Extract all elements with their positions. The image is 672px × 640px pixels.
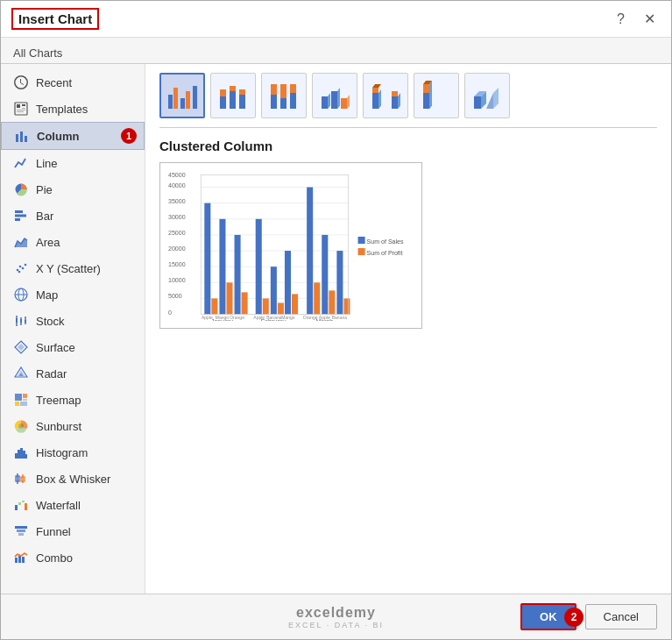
- svg-rect-135: [314, 282, 320, 314]
- svg-text:Sum of Profit: Sum of Profit: [367, 250, 403, 256]
- chart-type-3d-stacked[interactable]: [363, 73, 408, 118]
- dialog-title: Insert Chart: [11, 8, 99, 30]
- svg-rect-37: [20, 402, 27, 406]
- svg-rect-65: [230, 91, 236, 109]
- sidebar-label-funnel: Funnel: [36, 525, 71, 538]
- svg-rect-42: [23, 451, 25, 459]
- stock-icon: [13, 313, 29, 329]
- svg-rect-5: [17, 111, 24, 112]
- svg-text:20000: 20000: [168, 245, 186, 252]
- sidebar-label-pie: Pie: [36, 183, 53, 196]
- sidebar-item-area[interactable]: Area: [1, 229, 145, 255]
- svg-text:15000: 15000: [168, 261, 186, 267]
- sidebar-item-recent[interactable]: Recent: [1, 69, 145, 96]
- svg-rect-3: [22, 108, 25, 109]
- svg-marker-94: [429, 81, 432, 109]
- sidebar-label-xy: X Y (Scatter): [36, 262, 101, 275]
- chart-type-3d-clustered[interactable]: [312, 73, 357, 118]
- svg-rect-59: [173, 88, 178, 109]
- svg-rect-80: [331, 91, 337, 109]
- svg-rect-61: [186, 91, 190, 109]
- svg-rect-133: [292, 294, 298, 314]
- chart-type-3d-100pct[interactable]: [414, 73, 459, 118]
- svg-rect-36: [15, 402, 19, 406]
- sidebar-item-box[interactable]: Box & Whisker: [1, 466, 145, 492]
- sidebar-item-column[interactable]: Column 1: [1, 122, 145, 150]
- svg-text:Sum of Sales: Sum of Sales: [367, 238, 404, 245]
- sunburst-icon: [13, 418, 29, 434]
- waterfall-icon: [13, 497, 29, 513]
- svg-marker-29: [18, 344, 25, 351]
- svg-rect-127: [242, 292, 248, 314]
- svg-text:Mango: Mango: [216, 315, 230, 320]
- svg-rect-1: [17, 104, 20, 108]
- box-icon: [13, 471, 29, 487]
- sidebar-item-xy[interactable]: X Y (Scatter): [1, 255, 145, 281]
- chart-type-3d-col[interactable]: [464, 73, 510, 118]
- sidebar-item-sunburst[interactable]: Sunburst: [1, 413, 145, 439]
- chart-type-100pct[interactable]: [261, 73, 307, 118]
- sidebar-label-radar: Radar: [36, 367, 67, 380]
- sidebar-item-bar[interactable]: Bar: [1, 203, 145, 229]
- svg-rect-57: [22, 557, 25, 563]
- svg-rect-12: [15, 218, 20, 221]
- brand-sub: EXCEL · DATA · BI: [288, 621, 384, 629]
- help-button[interactable]: ?: [612, 10, 630, 29]
- sidebar-label-box: Box & Whisker: [36, 473, 110, 486]
- svg-text:5000: 5000: [168, 293, 182, 299]
- pie-icon: [13, 181, 29, 197]
- svg-rect-35: [23, 399, 27, 401]
- svg-rect-52: [15, 526, 27, 529]
- sidebar-item-funnel[interactable]: Funnel: [1, 518, 145, 544]
- svg-rect-130: [271, 267, 277, 314]
- svg-rect-138: [336, 251, 343, 315]
- sidebar: Recent Templates Column 1 Line: [1, 64, 145, 594]
- sidebar-label-line: Line: [36, 157, 58, 170]
- xy-icon: [13, 260, 29, 276]
- sidebar-item-treemap[interactable]: Treemap: [1, 387, 145, 413]
- sidebar-item-stock[interactable]: Stock: [1, 308, 145, 334]
- funnel-icon: [13, 523, 29, 539]
- svg-rect-74: [290, 84, 296, 93]
- sidebar-item-surface[interactable]: Surface: [1, 334, 145, 360]
- svg-rect-124: [219, 219, 225, 315]
- svg-rect-66: [230, 86, 236, 91]
- footer: exceldemy EXCEL · DATA · BI 2 OK Cancel: [1, 594, 671, 639]
- svg-rect-64: [220, 89, 226, 96]
- svg-text:0: 0: [168, 309, 172, 316]
- svg-rect-49: [18, 502, 21, 505]
- sidebar-label-column: Column: [37, 130, 79, 143]
- close-button[interactable]: ✕: [639, 9, 661, 29]
- svg-point-17: [25, 264, 27, 267]
- sidebar-item-histogram[interactable]: Histogram: [1, 439, 145, 466]
- sidebar-item-pie[interactable]: Pie: [1, 176, 145, 203]
- sidebar-item-waterfall[interactable]: Waterfall: [1, 492, 145, 518]
- cancel-button[interactable]: Cancel: [585, 604, 657, 629]
- svg-point-14: [17, 269, 19, 272]
- chart-section-title: Clustered Column: [159, 139, 657, 153]
- svg-rect-139: [343, 298, 350, 314]
- svg-text:Orange: Orange: [303, 315, 318, 320]
- svg-point-18: [18, 271, 21, 274]
- sidebar-label-sunburst: Sunburst: [36, 420, 81, 433]
- sidebar-item-line[interactable]: Line: [1, 150, 145, 176]
- svg-rect-25: [20, 319, 22, 323]
- svg-rect-132: [285, 251, 291, 315]
- sidebar-item-map[interactable]: Map: [1, 281, 145, 308]
- sidebar-item-radar[interactable]: Radar: [1, 360, 145, 387]
- svg-rect-154: [358, 248, 365, 255]
- sidebar-label-surface: Surface: [36, 341, 75, 354]
- chart-type-stacked[interactable]: [210, 73, 256, 118]
- sidebar-label-waterfall: Waterfall: [36, 499, 81, 512]
- svg-rect-126: [235, 235, 241, 315]
- svg-rect-77: [322, 96, 328, 109]
- sidebar-item-combo[interactable]: Combo: [1, 544, 145, 571]
- radar-icon: [13, 366, 29, 381]
- surface-icon: [13, 339, 29, 355]
- tab-all-charts[interactable]: All Charts: [11, 43, 64, 63]
- sidebar-item-templates[interactable]: Templates: [1, 96, 145, 122]
- main-panel: Clustered Column 0 5000 10000 15000 2000…: [145, 64, 671, 594]
- svg-rect-122: [204, 203, 210, 315]
- line-icon: [13, 155, 29, 171]
- chart-type-clustered[interactable]: [159, 73, 205, 118]
